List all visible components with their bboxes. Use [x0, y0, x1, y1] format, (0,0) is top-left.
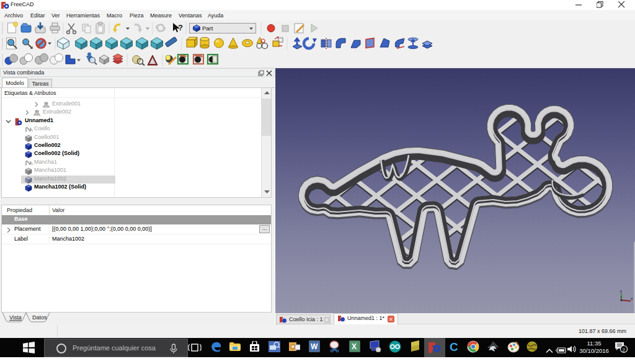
svg-text:x: x — [631, 296, 633, 301]
svg-text:O: O — [291, 344, 295, 350]
svg-text:W: W — [311, 342, 318, 351]
svg-text:Y: Y — [619, 290, 623, 294]
svg-text:C: C — [450, 340, 458, 353]
svg-text:2: 2 — [623, 347, 626, 353]
svg-text:X: X — [352, 342, 357, 351]
svg-text:z: z — [620, 295, 623, 299]
